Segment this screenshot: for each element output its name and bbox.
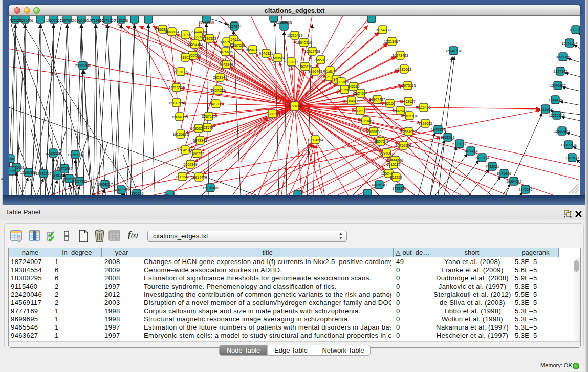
svg-text:39159: 39159 [9, 169, 16, 173]
svg-text:7515526: 7515526 [114, 19, 128, 23]
svg-text:10973493: 10973493 [392, 54, 408, 57]
svg-text:1112368: 1112368 [569, 28, 580, 32]
svg-text:2803144: 2803144 [213, 76, 227, 79]
svg-text:19654935: 19654935 [171, 115, 187, 119]
svg-text:2933114: 2933114 [475, 156, 489, 160]
svg-text:8454749: 8454749 [246, 48, 259, 52]
svg-text:12093872: 12093872 [550, 84, 565, 87]
svg-text:1733426: 1733426 [392, 187, 406, 190]
svg-text:8938923: 8938923 [441, 136, 454, 139]
svg-text:14136141: 14136141 [371, 183, 387, 187]
svg-text:114519: 114519 [52, 173, 63, 177]
svg-text:9084067: 9084067 [379, 151, 393, 155]
svg-text:252254: 252254 [390, 176, 402, 179]
svg-text:10654112: 10654112 [506, 180, 522, 183]
svg-text:3215958: 3215958 [538, 107, 552, 111]
svg-text:12213363: 12213363 [168, 86, 184, 90]
svg-text:8186323: 8186323 [202, 37, 216, 40]
svg-text:1498222: 1498222 [190, 152, 204, 156]
svg-text:9242848: 9242848 [219, 63, 233, 67]
svg-text:1196: 1196 [9, 157, 14, 161]
svg-text:5322037: 5322037 [284, 60, 298, 64]
svg-text:16914479: 16914479 [191, 176, 207, 179]
svg-text:16782759: 16782759 [113, 188, 129, 192]
svg-text:7986322: 7986322 [353, 109, 367, 113]
svg-text:15720407: 15720407 [358, 119, 374, 123]
svg-text:746266: 746266 [347, 85, 359, 89]
svg-text:16495784: 16495784 [401, 114, 417, 118]
svg-text:753594: 753594 [201, 126, 213, 129]
svg-text:19654923: 19654923 [400, 130, 416, 134]
svg-text:17359914: 17359914 [67, 153, 83, 157]
svg-text:3875685: 3875685 [219, 50, 232, 54]
svg-text:1292346: 1292346 [129, 192, 143, 195]
svg-text:16210643: 16210643 [549, 114, 564, 117]
svg-text:10807487: 10807487 [369, 98, 385, 101]
svg-text:20053346: 20053346 [75, 64, 91, 68]
svg-text:6379197: 6379197 [452, 142, 466, 146]
svg-text:18724007: 18724007 [287, 104, 302, 108]
svg-text:11325419: 11325419 [287, 34, 303, 37]
svg-text:2867608: 2867608 [231, 43, 245, 47]
svg-text:10958117: 10958117 [97, 183, 113, 186]
svg-text:6794028: 6794028 [323, 69, 337, 73]
svg-text:1615132: 1615132 [386, 163, 400, 166]
svg-text:16648784: 16648784 [445, 49, 461, 53]
svg-text:7357274: 7357274 [227, 25, 241, 28]
svg-text:5609349: 5609349 [183, 163, 197, 166]
svg-text:3624554: 3624554 [354, 92, 367, 95]
svg-text:8427552: 8427552 [211, 89, 225, 92]
svg-text:9463627: 9463627 [401, 100, 415, 103]
svg-text:16543382: 16543382 [187, 42, 203, 46]
svg-text:20691406: 20691406 [17, 19, 33, 23]
svg-text:8660124: 8660124 [165, 30, 179, 34]
svg-text:1527602: 1527602 [60, 19, 74, 23]
svg-text:1588520: 1588520 [271, 56, 285, 60]
svg-text:12213967: 12213967 [384, 40, 400, 43]
svg-text:17957255: 17957255 [71, 180, 87, 183]
svg-text:8990448: 8990448 [308, 70, 322, 73]
svg-text:16671355: 16671355 [99, 19, 115, 23]
svg-text:7485063: 7485063 [397, 68, 411, 71]
svg-text:16046788: 16046788 [177, 148, 193, 152]
svg-text:9899695: 9899695 [418, 122, 432, 125]
svg-text:13975887: 13975887 [56, 167, 72, 170]
svg-text:20206556: 20206556 [45, 151, 61, 155]
svg-text:7032621: 7032621 [485, 165, 499, 168]
svg-text:1167533: 1167533 [565, 156, 579, 160]
svg-text:12975115: 12975115 [400, 84, 416, 87]
svg-text:22300295: 22300295 [264, 112, 280, 116]
svg-text:17016504: 17016504 [560, 143, 576, 147]
svg-text:8471646: 8471646 [497, 172, 511, 176]
svg-text:9457771: 9457771 [163, 193, 177, 195]
svg-text:98901: 98901 [180, 56, 190, 59]
svg-text:20756928: 20756928 [395, 144, 411, 147]
svg-text:16154808: 16154808 [375, 28, 390, 32]
svg-text:7955812: 7955812 [314, 58, 328, 62]
svg-text:9227342: 9227342 [553, 70, 567, 73]
svg-text:15716485: 15716485 [202, 186, 218, 190]
svg-text:7612540: 7612540 [175, 175, 189, 179]
svg-text:10653267: 10653267 [46, 19, 61, 23]
svg-text:1640954: 1640954 [431, 128, 445, 132]
svg-text:19384554: 19384554 [307, 138, 323, 142]
svg-text:5878342: 5878342 [193, 139, 207, 142]
svg-text:13218506: 13218506 [276, 20, 292, 24]
svg-text:6466160: 6466160 [74, 19, 88, 23]
svg-text:18807249: 18807249 [373, 140, 388, 143]
svg-text:1362615: 1362615 [298, 65, 312, 69]
svg-text:2718176: 2718176 [173, 70, 187, 74]
svg-text:12942757: 12942757 [35, 172, 51, 176]
svg-text:9329966: 9329966 [556, 55, 570, 59]
svg-text:1244415: 1244415 [548, 98, 562, 102]
svg-text:9115460: 9115460 [417, 106, 431, 110]
svg-text:891295: 891295 [179, 33, 191, 37]
svg-text:16033809: 16033809 [198, 20, 214, 24]
svg-text:19166827: 19166827 [172, 133, 188, 136]
svg-text:62160: 62160 [385, 102, 395, 105]
svg-text:15751074: 15751074 [561, 41, 577, 45]
svg-text:15692971: 15692971 [554, 129, 570, 133]
svg-text:9245652: 9245652 [518, 188, 532, 191]
svg-text:9146821: 9146821 [259, 52, 273, 55]
svg-text:3267130: 3267130 [202, 115, 215, 118]
